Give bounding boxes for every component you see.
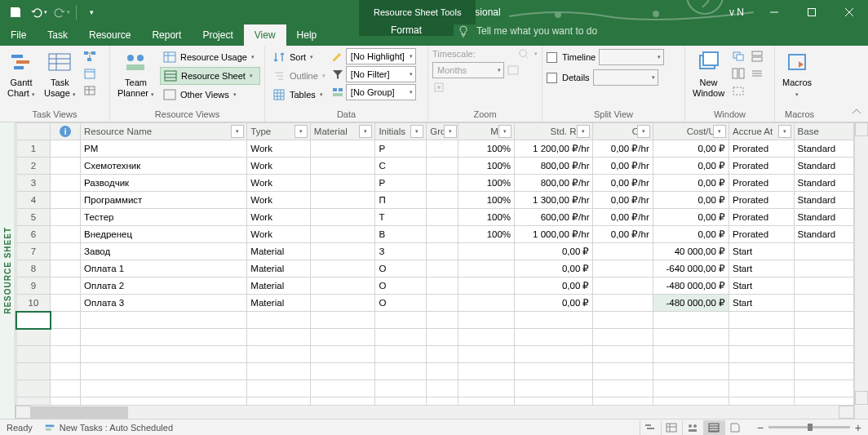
win-btn-2-icon[interactable] <box>749 65 765 82</box>
hide-icon[interactable] <box>730 82 746 99</box>
status-new-tasks[interactable]: New Tasks : Auto Scheduled <box>44 422 173 433</box>
gantt-icon <box>8 50 34 76</box>
menu-project[interactable]: Project <box>192 24 243 46</box>
view-shortcuts <box>640 420 746 435</box>
svg-rect-37 <box>46 424 55 427</box>
table-row[interactable] <box>16 363 854 380</box>
zoom-selected-icon[interactable] <box>432 81 445 94</box>
timeline-checkbox[interactable]: Timeline <box>547 48 596 66</box>
menu-task[interactable]: Task <box>37 24 78 46</box>
table-row[interactable]: 5ТестерWorkТ100%600,00 ₽/hr0,00 ₽/hr0,00… <box>16 209 854 226</box>
timeline-combo: ▾ <box>599 49 664 65</box>
table-row[interactable]: 8Оплата 1MaterialО0,00 ₽-640 000,00 ₽Sta… <box>16 260 854 277</box>
switch-windows-icon[interactable] <box>730 48 746 64</box>
sort-icon <box>272 51 286 64</box>
table-row[interactable]: 6ВнедренецWorkВ100%1 000,00 ₽/hr0,00 ₽/h… <box>16 226 854 243</box>
resource-sheet-button[interactable]: Resource Sheet▾ <box>160 67 260 85</box>
close-button[interactable] <box>830 0 868 24</box>
view-resource-sheet-icon[interactable] <box>703 420 724 435</box>
vertical-scrollbar[interactable] <box>854 122 868 419</box>
status-ready: Ready <box>7 423 33 433</box>
table-row[interactable]: 4ПрограммистWorkП100%1 300,00 ₽/hr0,00 ₽… <box>16 192 854 209</box>
gantt-chart-button[interactable]: Gantt Chart ▾ <box>4 48 38 104</box>
col-max[interactable]: Max.▾ <box>458 123 514 140</box>
zoom-in-icon[interactable]: + <box>855 421 861 434</box>
other-views-button[interactable]: Other Views▾ <box>160 86 260 104</box>
zoom-out-icon[interactable]: − <box>757 421 764 434</box>
arrange-all-icon[interactable] <box>730 65 746 82</box>
svg-rect-33 <box>733 87 743 95</box>
table-row[interactable]: 10Оплата 3MaterialО0,00 ₽-480 000,00 ₽St… <box>16 295 854 312</box>
new-window-button[interactable]: New Window <box>689 48 728 104</box>
macros-button[interactable]: Macros▾ <box>779 48 815 104</box>
col-initials[interactable]: Initials▾ <box>375 123 427 140</box>
col-indicator[interactable]: i <box>51 123 81 140</box>
table-row[interactable]: 3РазводчикWorkР100%800,00 ₽/hr0,00 ₽/hr0… <box>16 175 854 192</box>
zoom-icon[interactable] <box>518 48 529 60</box>
other-task-views-icon[interactable] <box>82 82 98 99</box>
redo-icon[interactable]: ▾ <box>51 2 72 23</box>
team-planner-button[interactable]: Team Planner ▾ <box>114 48 157 104</box>
col-ovt[interactable]: Ovt.▾ <box>593 123 653 140</box>
view-team-planner-icon[interactable] <box>682 420 703 435</box>
col-base[interactable]: Base <box>794 123 853 140</box>
resource-grid[interactable]: i Resource Name▾ Type▾ Material▾ Initial… <box>16 122 854 405</box>
view-gantt-icon[interactable] <box>640 420 661 435</box>
maximize-button[interactable] <box>793 0 830 24</box>
svg-rect-5 <box>16 60 29 64</box>
col-material[interactable]: Material▾ <box>310 123 375 140</box>
col-cost-use[interactable]: Cost/Use▾ <box>653 123 728 140</box>
zoom-slider[interactable]: − + <box>757 421 861 434</box>
other-views-icon <box>163 88 176 101</box>
highlight-combo[interactable]: [No Highlight]▾ <box>346 48 416 64</box>
qat-customize-icon[interactable]: ▾ <box>81 2 102 23</box>
collapse-ribbon-icon[interactable] <box>850 105 863 118</box>
menu-report[interactable]: Report <box>141 24 192 46</box>
table-row[interactable]: 7ЗаводMaterialЗ0,00 ₽40 000,00 ₽Start <box>16 243 854 260</box>
tell-me-search[interactable]: Tell me what you want to do <box>457 24 597 38</box>
table-row[interactable]: 9Оплата 2MaterialО0,00 ₽-480 000,00 ₽Sta… <box>16 277 854 295</box>
table-row[interactable] <box>16 346 854 363</box>
table-row[interactable] <box>16 312 854 329</box>
outline-button[interactable]: Outline▾ <box>269 67 329 85</box>
menu-help[interactable]: Help <box>286 24 328 46</box>
col-std-rate[interactable]: Std. Rate▾ <box>515 123 593 140</box>
horizontal-scrollbar[interactable] <box>16 405 854 419</box>
info-icon: i <box>60 126 71 137</box>
network-diagram-icon[interactable] <box>82 48 98 64</box>
view-report-icon[interactable] <box>724 420 746 435</box>
sort-button[interactable]: Sort▾ <box>269 48 329 66</box>
resource-usage-button[interactable]: Resource Usage▾ <box>160 48 260 66</box>
save-icon[interactable] <box>5 2 26 23</box>
table-row[interactable]: 1PMWorkP100%1 200,00 ₽/hr0,00 ₽/hr0,00 ₽… <box>16 140 854 158</box>
table-row[interactable] <box>16 380 854 397</box>
menu-file[interactable]: File <box>0 24 37 46</box>
menu-view[interactable]: View <box>244 24 286 46</box>
timescale-combo: Months▾ <box>432 62 504 78</box>
minimize-button[interactable] <box>755 0 793 24</box>
col-accrue[interactable]: Accrue At▾ <box>729 123 795 140</box>
group-combo[interactable]: [No Group]▾ <box>346 84 416 100</box>
zoom-entire-icon[interactable] <box>507 64 520 77</box>
col-group[interactable]: Group▾ <box>427 123 458 140</box>
outline-icon <box>272 69 286 82</box>
table-row[interactable] <box>16 397 854 406</box>
table-row[interactable]: 2СхемотехникWorkС100%800,00 ₽/hr0,00 ₽/h… <box>16 158 854 175</box>
group-label-data: Data <box>269 108 423 122</box>
svg-rect-22 <box>333 93 343 96</box>
menu-format[interactable]: Format <box>359 24 454 36</box>
calendar-icon[interactable] <box>82 65 98 82</box>
view-task-usage-icon[interactable] <box>661 420 682 435</box>
details-checkbox[interactable]: Details <box>547 69 590 87</box>
svg-rect-9 <box>91 51 95 55</box>
menu-resource[interactable]: Resource <box>78 24 141 46</box>
task-usage-button[interactable]: Task Usage ▾ <box>41 48 79 104</box>
tables-button[interactable]: Tables▾ <box>269 86 329 104</box>
svg-rect-15 <box>126 64 144 70</box>
table-row[interactable] <box>16 329 854 346</box>
col-type[interactable]: Type▾ <box>247 123 311 140</box>
col-resource-name[interactable]: Resource Name▾ <box>81 123 247 140</box>
filter-combo[interactable]: [No Filter]▾ <box>346 66 416 82</box>
undo-icon[interactable]: ▾ <box>28 2 49 23</box>
win-btn-1-icon[interactable] <box>749 48 765 64</box>
